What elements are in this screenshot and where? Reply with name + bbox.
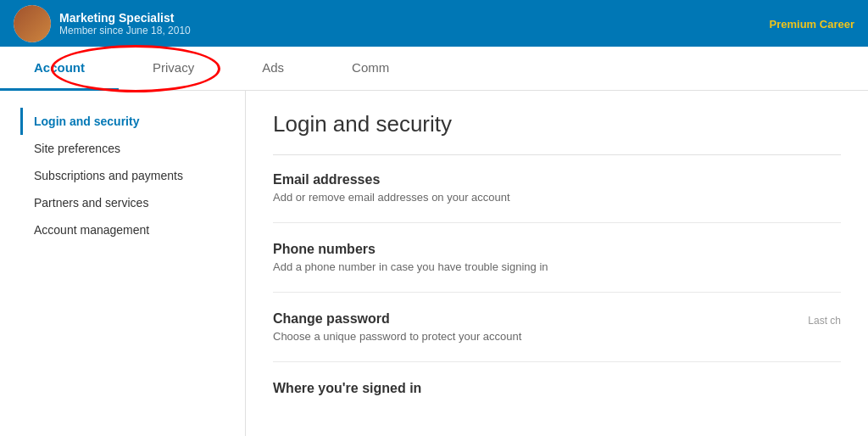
nav-tabs: Account Privacy Ads Comm xyxy=(0,47,868,91)
sidebar-item-subscriptions[interactable]: Subscriptions and payments xyxy=(34,162,245,189)
phone-info: Phone numbers Add a phone number in case… xyxy=(273,242,548,273)
tab-account[interactable]: Account xyxy=(0,47,119,91)
email-info: Email addresses Add or remove email addr… xyxy=(273,172,510,204)
main-layout: Login and security Site preferences Subs… xyxy=(0,91,868,436)
password-desc: Choose a unique password to protect your… xyxy=(273,330,521,343)
page-title: Login and security xyxy=(273,111,841,137)
signed-in-section: Where you're signed in xyxy=(273,381,841,418)
premium-badge: Premium Career xyxy=(770,17,854,30)
member-since: Member since June 18, 2010 xyxy=(59,25,191,36)
email-title: Email addresses xyxy=(273,172,510,187)
email-section: Email addresses Add or remove email addr… xyxy=(273,172,841,223)
sidebar: Login and security Site preferences Subs… xyxy=(0,91,246,436)
avatar xyxy=(14,5,51,42)
tab-privacy[interactable]: Privacy xyxy=(119,47,228,91)
password-title: Change password xyxy=(273,311,521,327)
sidebar-item-account-management[interactable]: Account management xyxy=(34,216,245,243)
content-area: Login and security Email addresses Add o… xyxy=(246,91,868,436)
tab-ads[interactable]: Ads xyxy=(228,47,318,91)
phone-title: Phone numbers xyxy=(273,242,548,257)
phone-desc: Add a phone number in case you have trou… xyxy=(273,260,548,273)
header-bar: Marketing Specialist Member since June 1… xyxy=(0,0,868,47)
password-meta: Last ch xyxy=(808,311,841,327)
sidebar-item-login-security[interactable]: Login and security xyxy=(20,108,245,135)
user-name: Marketing Specialist xyxy=(59,11,191,25)
tab-comm[interactable]: Comm xyxy=(318,47,423,91)
sidebar-item-site-preferences[interactable]: Site preferences xyxy=(34,135,245,162)
phone-section: Phone numbers Add a phone number in case… xyxy=(273,242,841,293)
password-section: Change password Choose a unique password… xyxy=(273,311,841,362)
signed-in-title: Where you're signed in xyxy=(273,381,421,396)
sidebar-item-partners[interactable]: Partners and services xyxy=(34,189,245,216)
user-info: Marketing Specialist Member since June 1… xyxy=(59,11,191,36)
email-desc: Add or remove email addresses on your ac… xyxy=(273,191,510,204)
password-info: Change password Choose a unique password… xyxy=(273,311,521,343)
avatar-image xyxy=(14,5,51,42)
signed-in-info: Where you're signed in xyxy=(273,381,421,400)
title-divider xyxy=(273,154,841,155)
